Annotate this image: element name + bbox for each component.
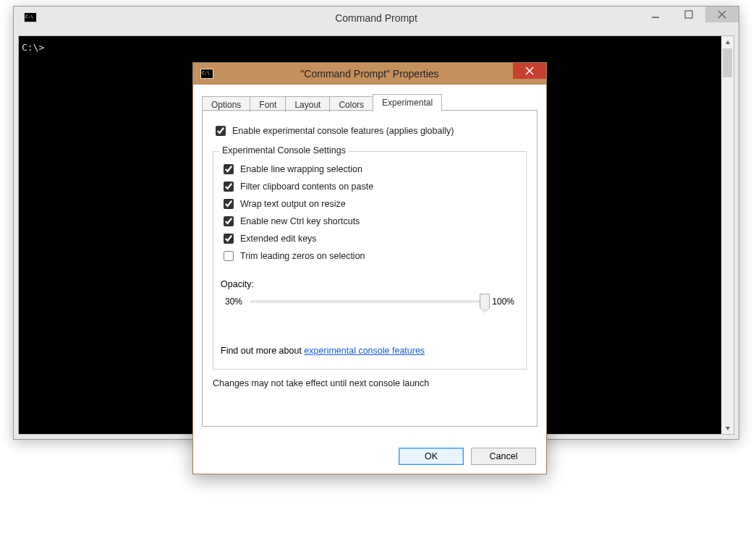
wrap-resize-checkbox-row[interactable]: Wrap text output on resize [221, 197, 519, 211]
tab-label: Experimental [382, 98, 433, 108]
tabstrip: Options Font Layout Colors Experimental [202, 93, 538, 111]
dialog-button-row: OK Cancel [399, 448, 536, 465]
tabpanel-experimental: Enable experimental console features (ap… [202, 110, 538, 427]
filter-clipboard-checkbox[interactable] [224, 182, 234, 192]
footnote-text: Changes may not take effect until next c… [213, 378, 527, 388]
close-button[interactable] [705, 7, 739, 22]
dialog-app-icon [200, 69, 213, 79]
checkbox-label: Wrap text output on resize [240, 199, 346, 209]
dialog-title: "Command Prompt" Properties [193, 68, 546, 80]
svg-marker-4 [726, 40, 730, 44]
checkbox-label: Extended edit keys [240, 234, 317, 244]
vertical-scrollbar[interactable] [721, 36, 734, 434]
trim-zeros-checkbox[interactable] [224, 251, 234, 261]
maximize-button[interactable] [672, 7, 705, 22]
tab-label: Options [211, 100, 241, 110]
main-titlebar[interactable]: Command Prompt [14, 7, 739, 30]
group-legend: Experimental Console Settings [219, 145, 349, 155]
experimental-settings-group: Experimental Console Settings Enable lin… [213, 151, 527, 370]
cancel-button[interactable]: Cancel [471, 448, 536, 465]
tab-label: Layout [294, 100, 320, 110]
dialog-close-button[interactable] [513, 63, 546, 79]
main-window-title: Command Prompt [14, 12, 739, 24]
ok-button-label: OK [425, 451, 438, 461]
opacity-slider[interactable] [250, 300, 485, 303]
cmd-app-icon [24, 12, 37, 22]
ctrl-shortcuts-checkbox-row[interactable]: Enable new Ctrl key shortcuts [221, 214, 519, 229]
enable-experimental-label: Enable experimental console features (ap… [232, 126, 454, 136]
opacity-label: Opacity: [221, 279, 519, 289]
filter-clipboard-checkbox-row[interactable]: Filter clipboard contents on paste [221, 179, 519, 194]
opacity-slider-thumb[interactable] [480, 294, 490, 310]
line-wrap-checkbox[interactable] [224, 164, 234, 174]
checkbox-label: Enable line wrapping selection [240, 164, 362, 174]
ok-button[interactable]: OK [399, 448, 464, 465]
scroll-thumb[interactable] [723, 48, 732, 77]
trim-zeros-checkbox-row[interactable]: Trim leading zeros on selection [221, 249, 519, 263]
cancel-button-label: Cancel [490, 451, 518, 461]
dialog-body: Options Font Layout Colors Experimental … [193, 85, 546, 435]
enable-experimental-checkbox[interactable] [216, 126, 226, 136]
opacity-min-label: 30% [225, 297, 242, 307]
checkbox-label: Enable new Ctrl key shortcuts [240, 216, 360, 226]
extended-edit-checkbox[interactable] [224, 234, 234, 244]
dialog-titlebar[interactable]: "Command Prompt" Properties [193, 63, 546, 85]
tab-label: Colors [339, 100, 364, 110]
scroll-down-arrow-icon[interactable] [721, 422, 734, 434]
tab-experimental[interactable]: Experimental [373, 94, 442, 111]
properties-dialog: "Command Prompt" Properties Options Font… [192, 62, 547, 474]
experimental-features-link[interactable]: experimental console features [304, 346, 425, 356]
ctrl-shortcuts-checkbox[interactable] [224, 216, 234, 226]
tab-label: Font [259, 100, 276, 110]
opacity-max-label: 100% [492, 297, 514, 307]
wrap-resize-checkbox[interactable] [224, 199, 234, 209]
scroll-track[interactable] [721, 48, 734, 422]
checkbox-label: Filter clipboard contents on paste [240, 182, 373, 192]
line-wrap-checkbox-row[interactable]: Enable line wrapping selection [221, 162, 519, 176]
scroll-up-arrow-icon[interactable] [721, 36, 734, 48]
enable-experimental-checkbox-row[interactable]: Enable experimental console features (ap… [213, 124, 527, 138]
window-caption-buttons [639, 7, 739, 22]
learn-more-text: Find out more about experimental console… [221, 346, 519, 356]
learn-more-prefix: Find out more about [221, 346, 304, 356]
opacity-slider-row: 30% 100% [221, 297, 519, 307]
svg-rect-1 [685, 11, 692, 18]
minimize-button[interactable] [639, 7, 672, 22]
svg-marker-5 [726, 427, 730, 430]
checkbox-label: Trim leading zeros on selection [240, 251, 365, 261]
console-prompt-text: C:\> [19, 36, 734, 59]
extended-edit-checkbox-row[interactable]: Extended edit keys [221, 231, 519, 246]
